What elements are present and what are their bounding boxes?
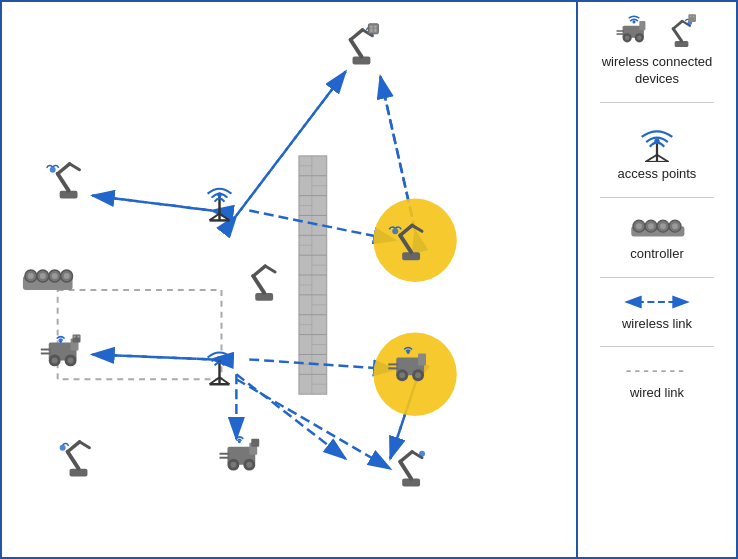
legend-wireless-link: wireless link bbox=[586, 292, 728, 333]
svg-rect-53 bbox=[374, 26, 376, 28]
svg-line-90 bbox=[265, 266, 275, 272]
legend-access-point-icon bbox=[632, 117, 682, 162]
legend-wireless-label: wireless connected devices bbox=[586, 54, 728, 88]
legend-wired-link-icon bbox=[622, 361, 692, 381]
svg-line-59 bbox=[70, 164, 80, 170]
svg-line-47 bbox=[351, 40, 362, 57]
svg-point-133 bbox=[625, 36, 630, 41]
svg-line-57 bbox=[58, 174, 69, 191]
svg-rect-55 bbox=[374, 29, 376, 32]
legend-access-points: access points bbox=[586, 117, 728, 183]
svg-point-75 bbox=[68, 357, 74, 363]
svg-point-115 bbox=[217, 356, 222, 361]
legend-divider-2 bbox=[600, 197, 714, 198]
svg-point-67 bbox=[52, 273, 58, 279]
svg-point-110 bbox=[217, 192, 222, 197]
legend-wired-link: wired link bbox=[586, 361, 728, 402]
svg-point-63 bbox=[28, 273, 34, 279]
diagram-area bbox=[0, 0, 578, 559]
svg-rect-97 bbox=[220, 453, 230, 455]
legend-controller-icon bbox=[627, 212, 687, 242]
legend-wireless-devices: wireless connected devices bbox=[586, 12, 728, 88]
svg-rect-77 bbox=[41, 352, 51, 354]
access-point-top bbox=[208, 189, 232, 221]
robot-arm-center bbox=[253, 266, 275, 301]
svg-line-84 bbox=[68, 442, 80, 452]
svg-line-83 bbox=[68, 452, 79, 469]
svg-point-105 bbox=[419, 451, 425, 457]
svg-point-126 bbox=[415, 372, 421, 378]
svg-point-151 bbox=[654, 138, 659, 143]
robot-arm-top-left bbox=[47, 164, 80, 199]
svg-line-48 bbox=[351, 30, 363, 40]
legend-forklift-icon bbox=[615, 12, 653, 50]
svg-point-120 bbox=[392, 228, 398, 234]
yellow-highlight-top bbox=[373, 199, 456, 282]
svg-rect-128 bbox=[388, 367, 398, 369]
svg-point-65 bbox=[40, 273, 46, 279]
svg-line-88 bbox=[253, 276, 264, 293]
svg-rect-146 bbox=[693, 16, 695, 18]
svg-line-85 bbox=[80, 442, 90, 448]
svg-point-156 bbox=[648, 223, 654, 229]
svg-point-86 bbox=[60, 445, 66, 451]
legend-divider-4 bbox=[600, 346, 714, 347]
svg-rect-137 bbox=[617, 33, 625, 35]
main-container: wireless connected devices access points bbox=[0, 0, 738, 559]
legend-robot-arm-icon bbox=[661, 12, 699, 50]
svg-point-135 bbox=[637, 36, 642, 41]
legend-divider-1 bbox=[600, 102, 714, 103]
svg-rect-131 bbox=[639, 21, 645, 30]
svg-rect-99 bbox=[251, 439, 259, 447]
legend-panel: wireless connected devices access points bbox=[578, 0, 738, 559]
svg-line-58 bbox=[58, 164, 70, 174]
legend-controller: controller bbox=[586, 212, 728, 263]
forklift-bottom-left bbox=[41, 335, 81, 367]
legend-access-points-label: access points bbox=[618, 166, 697, 183]
legend-wireless-link-label: wireless link bbox=[622, 316, 692, 333]
access-point-bottom bbox=[208, 352, 232, 384]
svg-rect-76 bbox=[41, 349, 51, 351]
svg-point-124 bbox=[399, 372, 405, 378]
robot-arm-bottom-right bbox=[400, 451, 425, 487]
svg-point-94 bbox=[230, 462, 236, 468]
robot-arm-bottom-left bbox=[60, 442, 90, 477]
svg-point-60 bbox=[50, 167, 56, 173]
svg-rect-127 bbox=[388, 363, 398, 365]
legend-wired-link-label: wired link bbox=[630, 385, 684, 402]
svg-rect-79 bbox=[74, 336, 76, 338]
svg-line-141 bbox=[673, 21, 682, 29]
legend-divider-3 bbox=[600, 277, 714, 278]
svg-rect-145 bbox=[690, 16, 692, 18]
svg-rect-51 bbox=[368, 24, 378, 34]
robot-arm-top bbox=[351, 24, 379, 65]
controller-left bbox=[23, 270, 73, 290]
svg-rect-136 bbox=[617, 30, 625, 32]
svg-point-129 bbox=[407, 351, 410, 354]
svg-line-102 bbox=[400, 462, 411, 479]
svg-point-69 bbox=[64, 273, 70, 279]
legend-controller-label: controller bbox=[630, 246, 683, 263]
svg-rect-122 bbox=[418, 353, 426, 365]
legend-wireless-link-icon bbox=[622, 292, 692, 312]
svg-point-81 bbox=[59, 340, 62, 343]
svg-rect-144 bbox=[688, 14, 696, 22]
svg-point-158 bbox=[660, 223, 666, 229]
svg-line-89 bbox=[253, 266, 265, 276]
svg-rect-52 bbox=[370, 26, 372, 28]
svg-rect-80 bbox=[78, 336, 80, 338]
svg-line-103 bbox=[400, 452, 412, 462]
svg-point-138 bbox=[632, 20, 635, 23]
svg-rect-54 bbox=[370, 29, 372, 32]
svg-point-96 bbox=[246, 462, 252, 468]
svg-point-154 bbox=[636, 223, 642, 229]
svg-point-73 bbox=[52, 357, 58, 363]
legend-wireless-icons-row bbox=[615, 12, 699, 50]
forklift-bottom-center bbox=[220, 437, 260, 471]
svg-point-100 bbox=[238, 440, 241, 443]
svg-rect-98 bbox=[220, 457, 230, 459]
svg-line-140 bbox=[673, 29, 681, 41]
svg-point-160 bbox=[672, 223, 678, 229]
